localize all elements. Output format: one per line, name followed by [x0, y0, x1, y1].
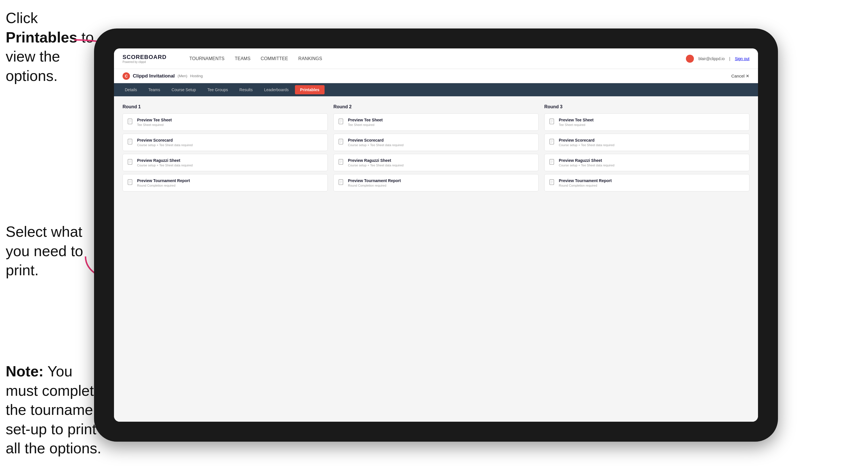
top-nav-right: blair@clippd.io | Sign out	[686, 55, 749, 63]
round2-tee-sub: Tee Sheet required	[348, 123, 534, 126]
doc-icon-r2-4	[338, 179, 344, 186]
sign-out-link[interactable]: Sign out	[735, 56, 749, 61]
top-nav-links: TOURNAMENTS TEAMS COMMITTEE RANKINGS	[189, 55, 322, 62]
round1-scorecard-sub: Course setup + Tee Sheet data required	[137, 143, 323, 147]
tournament-bar: C Clippd Invitational (Men) Hosting Canc…	[114, 69, 758, 83]
round3-tournament-report-card[interactable]: Preview Tournament Report Round Completi…	[544, 174, 749, 191]
tournament-title: Clippd Invitational	[133, 73, 175, 79]
logo-title: SCOREBOARD	[123, 54, 166, 60]
tab-teams[interactable]: Teams	[143, 85, 165, 94]
rounds-grid: Round 1 Preview Tee Sheet	[123, 104, 749, 194]
user-email: blair@clippd.io	[699, 56, 725, 61]
cancel-button[interactable]: Cancel ✕	[731, 73, 749, 79]
round1-scorecard-card[interactable]: Preview Scorecard Course setup + Tee She…	[123, 134, 328, 151]
round-2-title: Round 2	[333, 104, 538, 110]
round3-tee-sheet-card[interactable]: Preview Tee Sheet Tee Sheet required	[544, 114, 749, 131]
tablet-frame: SCOREBOARD Powered by clippd TOURNAMENTS…	[94, 29, 778, 442]
document-icon	[127, 118, 134, 126]
tablet-screen: SCOREBOARD Powered by clippd TOURNAMENTS…	[114, 49, 758, 422]
document-icon-3	[127, 159, 134, 166]
doc-icon-r2-3	[338, 159, 344, 166]
tab-leaderboards[interactable]: Leaderboards	[259, 85, 294, 94]
tournament-info: C Clippd Invitational (Men) Hosting	[123, 72, 203, 80]
tab-details[interactable]: Details	[120, 85, 142, 94]
round-1-section: Round 1 Preview Tee Sheet	[123, 104, 328, 194]
round3-raguzzi-sub: Course setup + Tee Sheet data required	[559, 163, 745, 167]
round1-tee-sheet-card[interactable]: Preview Tee Sheet Tee Sheet required	[123, 114, 328, 131]
doc-icon-r3-1	[549, 118, 555, 126]
doc-icon-r2-2	[338, 138, 344, 146]
round-3-section: Round 3 Preview Tee Sheet Tee Sheet requ…	[544, 104, 749, 194]
doc-icon-r2-1	[338, 118, 344, 126]
round3-raguzzi-card[interactable]: Preview Raguzzi Sheet Course setup + Tee…	[544, 154, 749, 171]
round1-raguzzi-card[interactable]: Preview Raguzzi Sheet Course setup + Tee…	[123, 154, 328, 171]
round3-tee-sub: Tee Sheet required	[559, 123, 745, 126]
tab-results[interactable]: Results	[234, 85, 258, 94]
round3-tee-title: Preview Tee Sheet	[559, 118, 745, 122]
round3-scorecard-title: Preview Scorecard	[559, 138, 745, 143]
round1-scorecard-content: Preview Scorecard Course setup + Tee She…	[137, 138, 323, 147]
round3-scorecard-sub: Course setup + Tee Sheet data required	[559, 143, 745, 147]
separator: |	[729, 56, 731, 61]
round-2-section: Round 2 Preview Tee Sheet Tee Sheet requ…	[333, 104, 538, 194]
nav-tournaments[interactable]: TOURNAMENTS	[189, 55, 224, 62]
round2-tournament-report-card[interactable]: Preview Tournament Report Round Completi…	[333, 174, 538, 191]
tournament-status: Hosting	[190, 74, 203, 78]
round1-raguzzi-title: Preview Raguzzi Sheet	[137, 158, 323, 163]
tab-printables[interactable]: Printables	[295, 85, 324, 94]
tab-tee-groups[interactable]: Tee Groups	[202, 85, 233, 94]
round2-raguzzi-title: Preview Raguzzi Sheet	[348, 158, 534, 163]
round1-tee-sheet-sub: Tee Sheet required	[137, 123, 323, 126]
main-content: Round 1 Preview Tee Sheet	[114, 96, 758, 422]
doc-icon-r3-2	[549, 138, 555, 146]
round1-raguzzi-content: Preview Raguzzi Sheet Course setup + Tee…	[137, 158, 323, 167]
round3-tournament-sub: Round Completion required	[559, 184, 745, 187]
tab-course-setup[interactable]: Course Setup	[166, 85, 201, 94]
nav-rankings[interactable]: RANKINGS	[298, 55, 322, 62]
round2-tee-title: Preview Tee Sheet	[348, 118, 534, 122]
round2-raguzzi-sub: Course setup + Tee Sheet data required	[348, 163, 534, 167]
round-3-title: Round 3	[544, 104, 749, 110]
document-icon-2	[127, 138, 134, 146]
round1-scorecard-title: Preview Scorecard	[137, 138, 323, 143]
tournament-gender: (Men)	[178, 74, 187, 78]
instruction-bottom: Note: You must complete the tournament s…	[6, 362, 108, 458]
round2-tee-sheet-card[interactable]: Preview Tee Sheet Tee Sheet required	[333, 114, 538, 131]
round1-tournament-report-content: Preview Tournament Report Round Completi…	[137, 178, 323, 187]
nav-teams[interactable]: TEAMS	[235, 55, 250, 62]
round1-tee-sheet-title: Preview Tee Sheet	[137, 118, 323, 122]
sub-nav: Details Teams Course Setup Tee Groups Re…	[114, 83, 758, 96]
doc-icon-r3-4	[549, 179, 555, 186]
note-bold: Note:	[6, 363, 43, 379]
user-avatar	[686, 55, 694, 63]
round1-tournament-report-card[interactable]: Preview Tournament Report Round Completi…	[123, 174, 328, 191]
round1-tournament-report-title: Preview Tournament Report	[137, 178, 323, 183]
logo-sub: Powered by clippd	[123, 60, 166, 64]
round1-tee-sheet-content: Preview Tee Sheet Tee Sheet required	[137, 118, 323, 126]
doc-icon-r3-3	[549, 159, 555, 166]
round3-tournament-title: Preview Tournament Report	[559, 178, 745, 183]
nav-committee[interactable]: COMMITTEE	[261, 55, 288, 62]
round3-scorecard-card[interactable]: Preview Scorecard Course setup + Tee She…	[544, 134, 749, 151]
top-nav: SCOREBOARD Powered by clippd TOURNAMENTS…	[114, 49, 758, 69]
clippd-icon: C	[123, 72, 130, 80]
round2-scorecard-sub: Course setup + Tee Sheet data required	[348, 143, 534, 147]
round2-scorecard-card[interactable]: Preview Scorecard Course setup + Tee She…	[333, 134, 538, 151]
round-1-title: Round 1	[123, 104, 328, 110]
document-icon-4	[127, 179, 134, 186]
top-nav-left: SCOREBOARD Powered by clippd TOURNAMENTS…	[123, 54, 322, 64]
round3-raguzzi-title: Preview Raguzzi Sheet	[559, 158, 745, 163]
round2-scorecard-title: Preview Scorecard	[348, 138, 534, 143]
scoreboard-logo: SCOREBOARD Powered by clippd	[123, 54, 166, 64]
round2-raguzzi-card[interactable]: Preview Raguzzi Sheet Course setup + Tee…	[333, 154, 538, 171]
round2-tournament-title: Preview Tournament Report	[348, 178, 534, 183]
round1-raguzzi-sub: Course setup + Tee Sheet data required	[137, 163, 323, 167]
round1-tournament-report-sub: Round Completion required	[137, 184, 323, 187]
round2-tournament-sub: Round Completion required	[348, 184, 534, 187]
